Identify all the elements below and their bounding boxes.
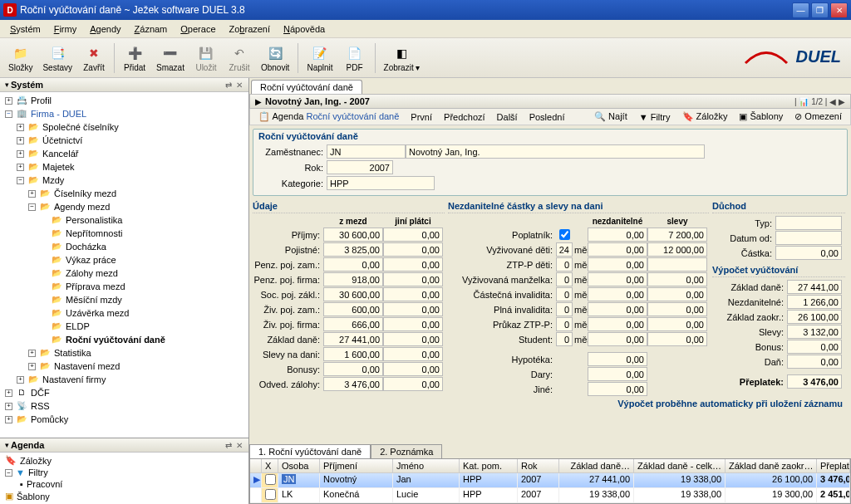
tb-pridat[interactable]: ➕Přidat — [118, 42, 151, 74]
tb-sestavy[interactable]: 📑Sestavy — [37, 42, 77, 74]
udaje-platci[interactable]: 0,00 — [383, 287, 443, 301]
tree-nastaveni-firmy[interactable]: +📂Nastavení firmy — [15, 373, 247, 386]
tb-zavrit[interactable]: ✖Zavřít — [77, 42, 111, 74]
agenda-filtry[interactable]: −▼Filtry — [2, 467, 247, 478]
minimize-button[interactable]: — — [792, 2, 809, 18]
nezd-slevy[interactable]: 7 200,00 — [647, 228, 707, 242]
menu-napoveda[interactable]: Nápověda — [277, 22, 332, 36]
udaje-mezd[interactable]: 3 476,00 — [323, 377, 383, 391]
udaje-mezd[interactable]: 0,00 — [323, 362, 383, 376]
nav-posledni[interactable]: Poslední — [524, 111, 570, 123]
tree-pomucky[interactable]: +📂Pomůcky — [3, 413, 247, 426]
nezd-nezd[interactable]: 0,00 — [588, 332, 647, 346]
tree-mzdy[interactable]: −📂Mzdy — [15, 174, 247, 187]
nav-sablony[interactable]: ▣ Šablony — [734, 110, 788, 123]
nav-omezeni[interactable]: ⊘ Omezení — [790, 110, 847, 123]
btab-2[interactable]: 2. Poznámka — [371, 444, 442, 458]
menu-agendy[interactable]: Agendy — [83, 22, 127, 36]
document-tab[interactable]: Roční vyúčtování daně — [251, 80, 362, 94]
udaje-mezd[interactable]: 27 441,00 — [323, 332, 383, 346]
menu-zobrazeni[interactable]: Zobrazení — [223, 22, 278, 36]
tb-naplnit[interactable]: 📝Naplnit — [302, 42, 337, 74]
tree-dochazka[interactable]: 📂Docházka — [38, 240, 247, 253]
tb-zrusit[interactable]: ↶Zrušit — [223, 42, 256, 74]
agenda-sablony[interactable]: ▣Šablony — [2, 490, 247, 502]
system-panel-header[interactable]: ▾Systém⇄ ✕ — [0, 78, 248, 92]
tree-personalistika[interactable]: 📂Personalistika — [38, 213, 247, 227]
tree-uzaverka[interactable]: 📂Uzávěrka mezd — [38, 306, 247, 320]
tree-majetek[interactable]: +📂Majetek — [15, 160, 247, 174]
tree-mesicni[interactable]: 📂Měsíční mzdy — [38, 293, 247, 306]
tree-rss[interactable]: +📡RSS — [3, 399, 247, 413]
udaje-mezd[interactable]: 30 600,00 — [323, 228, 383, 242]
udaje-platci[interactable]: 0,00 — [383, 302, 443, 316]
nezd-slevy[interactable]: 0,00 — [647, 317, 707, 331]
inp-duchod-typ[interactable] — [775, 216, 842, 230]
tree-ciselniky[interactable]: +📂Číselníky mezd — [27, 187, 247, 200]
nezd-nezd[interactable]: 0,00 — [588, 228, 647, 242]
tree-vykaz[interactable]: 📂Výkaz práce — [38, 253, 247, 267]
udaje-platci[interactable]: 0,00 — [383, 228, 443, 242]
tree-spolecne[interactable]: +📂Společné číselníky — [15, 120, 247, 134]
udaje-mezd[interactable]: 666,00 — [323, 317, 383, 331]
udaje-mezd[interactable]: 600,00 — [323, 302, 383, 316]
udaje-platci[interactable]: 0,00 — [383, 332, 443, 346]
nezd-nezd[interactable]: 0,00 — [588, 352, 647, 366]
nezd-val[interactable]: 0 — [556, 287, 573, 301]
tree-rocni[interactable]: 📂Roční vyúčtování daně — [38, 333, 247, 346]
udaje-mezd[interactable]: 0,00 — [323, 257, 383, 272]
nezd-slevy[interactable]: 12 000,00 — [647, 242, 707, 257]
tree-kancelar[interactable]: +📂Kancelář — [15, 147, 247, 160]
tb-obnovit[interactable]: 🔄Obnovit — [256, 42, 294, 74]
udaje-mezd[interactable]: 1 600,00 — [323, 347, 383, 361]
tree-agendy-mezd[interactable]: −📂Agendy mezd — [27, 200, 247, 213]
nav-prvni[interactable]: První — [406, 111, 437, 123]
nezd-nezd[interactable]: 0,00 — [588, 272, 647, 286]
nezd-slevy[interactable]: 0,00 — [647, 287, 707, 301]
btab-1[interactable]: 1. Roční vyúčtování daně — [249, 444, 371, 458]
inp-rok[interactable] — [327, 160, 393, 174]
nav-zalozky[interactable]: 🔖 Záložky — [677, 110, 733, 123]
udaje-platci[interactable]: 0,00 — [383, 377, 443, 391]
tree-firma[interactable]: −🏢Firma - DUEL — [3, 107, 247, 120]
udaje-platci[interactable]: 0,00 — [383, 362, 443, 376]
agenda-zalozky[interactable]: 🔖Záložky — [2, 454, 247, 467]
agenda-pracovni[interactable]: ▪Pracovní — [2, 478, 247, 490]
nav-filtry[interactable]: ▼ Filtry — [634, 111, 676, 123]
udaje-platci[interactable]: 0,00 — [383, 347, 443, 361]
tree-statistika[interactable]: +📂Statistika — [27, 346, 247, 360]
udaje-platci[interactable]: 0,00 — [383, 257, 443, 272]
nezd-nezd[interactable]: 0,00 — [588, 382, 647, 396]
inp-zamestnanec-name[interactable] — [406, 144, 705, 159]
nezd-nezd[interactable]: 0,00 — [588, 257, 647, 272]
menu-zaznam[interactable]: Záznam — [128, 22, 175, 36]
udaje-platci[interactable]: 0,00 — [383, 272, 443, 286]
udaje-platci[interactable]: 0,00 — [383, 242, 443, 257]
row-check[interactable] — [265, 489, 276, 500]
agenda-panel-header[interactable]: ▾Agenda⇄ ✕ — [0, 438, 248, 453]
nezd-nezd[interactable]: 0,00 — [588, 242, 647, 257]
tree-ucetnictvi[interactable]: +📂Účetnictví — [15, 134, 247, 147]
inp-duchod-castka[interactable]: 0,00 — [775, 246, 842, 260]
udaje-mezd[interactable]: 918,00 — [323, 272, 383, 286]
nezd-slevy[interactable]: 0,00 — [647, 272, 707, 286]
menu-system[interactable]: Systém — [3, 22, 47, 36]
nav-najit[interactable]: 🔍 Najít — [589, 110, 632, 123]
table-row[interactable]: LK Konečná Lucie HPP 2007 19 338,00 19 3… — [250, 488, 850, 503]
tree-nastaveni-mezd[interactable]: +📂Nastavení mezd — [27, 360, 247, 373]
maximize-button[interactable]: ❐ — [811, 2, 829, 18]
nezd-nezd[interactable]: 0,00 — [588, 302, 647, 316]
tree-priprava[interactable]: 📂Příprava mezd — [38, 280, 247, 293]
nezd-slevy[interactable]: 0,00 — [647, 302, 707, 316]
tree-zalohy[interactable]: 📂Zálohy mezd — [38, 267, 247, 280]
nav-predchozi[interactable]: Předchozí — [439, 111, 490, 123]
inp-duchod-datum[interactable] — [775, 231, 842, 245]
udaje-platci[interactable]: 0,00 — [383, 317, 443, 331]
inp-kategorie[interactable] — [327, 176, 435, 190]
tree-nepritomnosti[interactable]: 📂Nepřítomnosti — [38, 227, 247, 240]
nav-agenda[interactable]: 📋 Agenda Roční vyúčtování daně — [253, 110, 404, 123]
tb-smazat[interactable]: ➖Smazat — [151, 42, 189, 74]
nezd-val[interactable]: 24 — [556, 242, 573, 257]
close-button[interactable]: ✕ — [830, 2, 848, 18]
tb-pdf[interactable]: 📄PDF — [338, 42, 371, 74]
